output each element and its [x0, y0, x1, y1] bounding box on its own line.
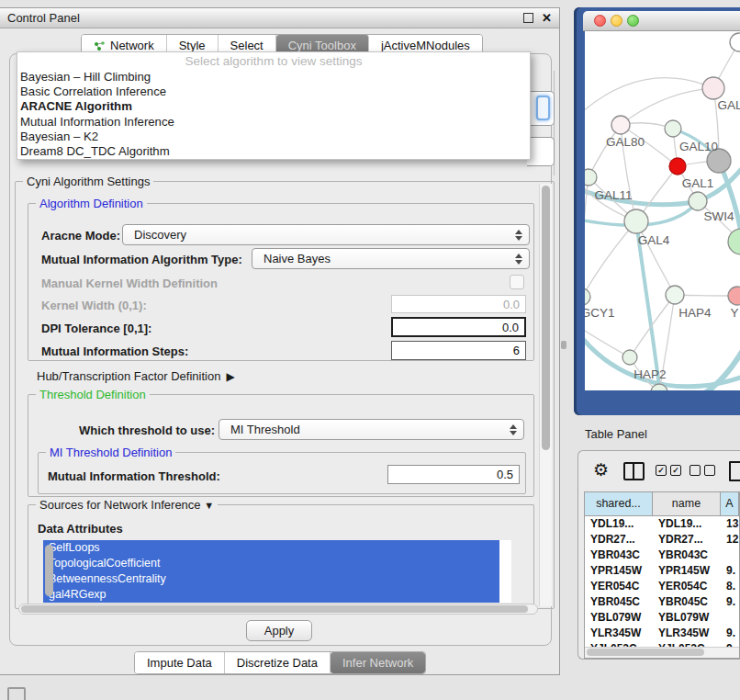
mi-type-value: Naive Bayes — [263, 252, 331, 265]
settings-hscroll-thumb[interactable] — [21, 605, 528, 613]
table-cell: YBR043C — [653, 548, 721, 563]
data-attribute-item[interactable]: SelfLoops — [43, 540, 499, 556]
table-row[interactable]: YDR27...YDR27...12 — [585, 532, 739, 548]
minimized-panel-icon[interactable] — [7, 687, 26, 700]
algorithm-option[interactable]: Bayesian – K2 — [17, 130, 530, 144]
data-attribute-item[interactable]: TopologicalCoefficient — [43, 556, 499, 571]
mi-threshold-field[interactable]: 0.5 — [387, 465, 520, 484]
algorithm-options-list: Bayesian – Hill ClimbingBasic Correlatio… — [17, 70, 530, 159]
network-edge[interactable] — [621, 88, 713, 125]
which-threshold-combobox[interactable]: MI Threshold — [219, 419, 524, 440]
table-cell — [721, 610, 739, 626]
control-panel-titlebar[interactable]: Control Panel ✕ — [0, 8, 559, 28]
network-node-hap2[interactable] — [622, 350, 637, 365]
zoom-traffic-light[interactable] — [627, 15, 639, 27]
tab-label: Style — [179, 39, 206, 52]
dpi-tolerance-field[interactable]: 0.0 — [391, 317, 526, 337]
network-edge[interactable] — [585, 323, 630, 357]
network-view-window[interactable]: GALGAL80GAL10GAL1GAL11SWI4GAL4GCY1HAP4YH… — [574, 7, 740, 415]
data-attribute-item[interactable]: gal4RGexp — [43, 587, 499, 603]
splitter-grip[interactable] — [561, 341, 566, 349]
column-header[interactable]: name — [653, 492, 721, 515]
table-row[interactable]: YBL079WYBL079W — [585, 610, 739, 626]
data-attribute-item[interactable]: BetweennessCentrality — [43, 571, 499, 587]
algorithm-option[interactable]: Bayesian – Hill Climbing — [17, 70, 530, 85]
table-hscroll-thumb[interactable] — [587, 649, 704, 656]
which-threshold-label: Which threshold to use: — [79, 423, 215, 437]
table-row[interactable]: YPR145WYPR145W9. — [585, 563, 739, 579]
aracne-mode-combobox[interactable]: Discovery — [122, 224, 530, 245]
hub-definition-expander[interactable]: Hub/Transcription Factor Definition▶ — [37, 369, 235, 383]
export-table-icon[interactable] — [729, 461, 740, 481]
network-node-gal10[interactable] — [665, 120, 681, 137]
settings-vertical-scrollbar[interactable] — [539, 184, 552, 606]
table-cell: YLR345W — [653, 626, 721, 641]
close-traffic-light[interactable] — [594, 15, 606, 27]
network-node-gal1[interactable] — [669, 158, 686, 175]
tab-label: Discretize Data — [237, 656, 318, 670]
network-edge[interactable] — [585, 78, 713, 119]
kernel-width-field[interactable]: 0.0 — [391, 295, 526, 313]
manual-kernel-checkbox[interactable] — [510, 275, 524, 289]
network-edge[interactable] — [585, 177, 589, 297]
network-node-hap4[interactable] — [666, 286, 684, 304]
combo-arrows-icon — [515, 229, 522, 242]
table-row[interactable]: YBR043CYBR043C — [585, 548, 739, 563]
network-node-gal[interactable] — [702, 77, 724, 99]
combo-fragment[interactable] — [527, 137, 555, 166]
dpi-tolerance-value: 0.0 — [502, 321, 519, 334]
table-row[interactable]: YBR045CYBR045C9. — [585, 594, 739, 610]
float-panel-icon[interactable] — [523, 13, 533, 23]
mi-steps-field[interactable]: 6 — [391, 341, 526, 360]
combo-spinner-focused[interactable] — [536, 96, 550, 120]
expand-arrow-icon[interactable]: ▶ — [226, 370, 234, 383]
algorithm-option[interactable]: Basic Correlation Inference — [17, 85, 530, 99]
tab-discretize-data[interactable]: Discretize Data — [225, 652, 331, 673]
table-row[interactable]: YDL19...YDL19...13 — [585, 516, 739, 532]
algorithm-option[interactable]: Mutual Information Inference — [17, 115, 530, 130]
tab-impute-data[interactable]: Impute Data — [135, 652, 225, 673]
apply-button[interactable]: Apply — [246, 620, 312, 641]
network-node[interactable] — [730, 33, 740, 51]
minimize-traffic-light[interactable] — [611, 15, 622, 27]
node-label: GAL80 — [606, 135, 645, 149]
algorithm-option[interactable]: Dream8 DC_TDC Algorithm — [17, 144, 530, 159]
deselect-all-columns-icon[interactable] — [690, 465, 715, 476]
network-node-gal80[interactable] — [611, 116, 630, 134]
network-window-titlebar[interactable] — [583, 11, 740, 31]
combo-fragment-focused[interactable] — [527, 91, 555, 126]
table-row[interactable]: YLR345WYLR345W9. — [585, 626, 739, 641]
control-panel-title: Control Panel — [7, 11, 523, 25]
algorithm-dropdown-placeholder[interactable]: Select algorithm to view settings — [17, 52, 530, 70]
tab-label: Impute Data — [147, 656, 212, 670]
column-header[interactable]: A — [721, 492, 739, 515]
settings-scroll-thumb[interactable] — [542, 186, 550, 450]
gear-icon[interactable]: ⚙ — [593, 458, 609, 482]
network-node[interactable] — [728, 229, 740, 254]
attributes-scroll-thumb[interactable] — [45, 545, 53, 596]
network-node-gal4[interactable] — [624, 209, 648, 233]
mi-type-combobox[interactable]: Naive Bayes — [252, 248, 530, 269]
table-row[interactable]: YER054CYER054C8. — [585, 579, 739, 594]
network-node-swi4[interactable] — [689, 192, 707, 210]
tab-infer-network[interactable]: Infer Network — [331, 652, 425, 673]
tab-label: Select — [230, 39, 263, 52]
checked-box-icon: ✓ — [670, 465, 681, 476]
columns-icon[interactable] — [623, 462, 645, 480]
node-label: GAL1 — [682, 176, 714, 190]
combo-arrows-icon — [515, 253, 522, 265]
algorithm-option[interactable]: ARACNE Algorithm — [17, 99, 530, 114]
network-edge[interactable] — [585, 221, 636, 297]
close-icon[interactable]: ✕ — [542, 12, 552, 24]
network-node-gcy1[interactable] — [585, 288, 590, 305]
select-all-columns-icon[interactable]: ✓ ✓ — [656, 465, 681, 476]
column-header[interactable]: shared... — [585, 492, 653, 515]
table-cell: YDL19... — [585, 516, 653, 532]
collapse-arrow-icon[interactable]: ▼ — [204, 500, 214, 511]
node-label: Y — [730, 306, 738, 320]
network-node-y[interactable] — [728, 287, 740, 305]
table-horizontal-scrollbar[interactable] — [585, 647, 739, 658]
settings-horizontal-scrollbar[interactable] — [18, 604, 538, 615]
network-node-gal11[interactable] — [585, 169, 597, 186]
network-canvas[interactable]: GALGAL80GAL10GAL1GAL11SWI4GAL4GCY1HAP4YH… — [585, 31, 740, 390]
